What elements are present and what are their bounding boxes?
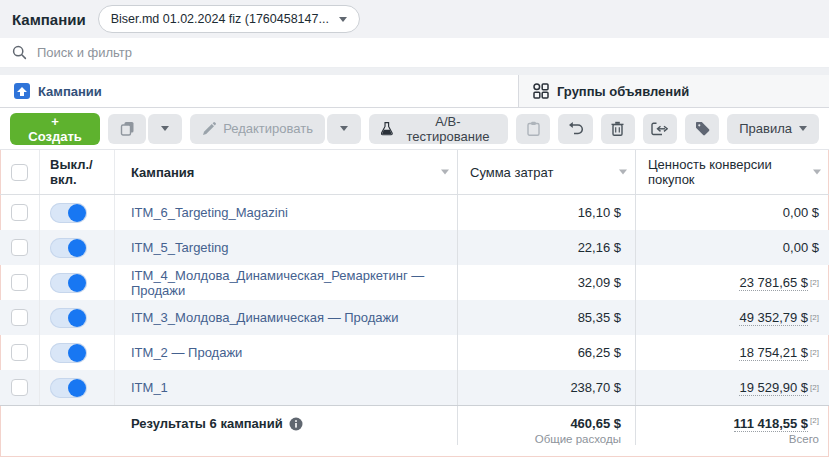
campaigns-table: Выкл./ вкл. Кампания Сумма затрат Ценнос… xyxy=(0,150,829,457)
value-cell[interactable]: 23 781,65 $ xyxy=(739,275,808,291)
ads-manager-window: Кампании Biser.md 01.02.2024 fiz (176045… xyxy=(0,0,829,457)
sort-caret-icon[interactable] xyxy=(441,170,449,175)
campaigns-folder-icon xyxy=(14,83,30,99)
row-checkbox[interactable] xyxy=(11,344,28,361)
row-checkbox[interactable] xyxy=(11,274,28,291)
copy-icon xyxy=(120,121,135,136)
value-cell[interactable]: 49 352,79 $ xyxy=(739,310,808,326)
frame-arrows-icon xyxy=(651,122,668,136)
row-checkbox[interactable] xyxy=(11,379,28,396)
rules-button-label: Правила xyxy=(739,121,792,136)
row-checkbox[interactable] xyxy=(11,309,28,326)
edit-button-group: Редактировать xyxy=(190,114,361,144)
chevron-down-icon xyxy=(340,126,348,131)
column-toggle-label: Выкл./ xyxy=(50,157,93,172)
campaign-name-link[interactable]: ITM_1 xyxy=(131,380,168,395)
page-title: Кампании xyxy=(12,11,86,28)
table-row: ITM_1 238,70 $ 19 529,90 $[2] xyxy=(0,370,829,405)
clipboard-icon xyxy=(527,121,540,136)
campaign-toggle[interactable] xyxy=(50,378,87,398)
tab-campaigns[interactable]: Кампании xyxy=(0,75,519,107)
campaign-toggle[interactable] xyxy=(50,343,87,363)
tab-bar: Кампании Группы объявлений xyxy=(0,75,829,108)
value-cell: 0,00 $ xyxy=(783,205,819,220)
spend-cell: 22,16 $ xyxy=(457,230,635,265)
campaign-toggle[interactable] xyxy=(50,273,87,293)
divider-band xyxy=(0,68,829,75)
spend-total: 460,65 $ xyxy=(570,416,621,431)
column-name-label: Кампания xyxy=(131,165,194,180)
spend-cell: 16,10 $ xyxy=(457,195,635,230)
tab-campaigns-label: Кампании xyxy=(38,84,102,99)
account-dropdown[interactable]: Biser.md 01.02.2024 fiz (1760458147... xyxy=(98,5,360,33)
tag-icon xyxy=(695,121,710,136)
tab-adsets-label: Группы объявлений xyxy=(557,84,689,99)
row-checkbox[interactable] xyxy=(11,239,28,256)
footnote-ref: [2] xyxy=(810,278,819,287)
search-icon xyxy=(12,45,27,60)
table-row: ITM_2 — Продажи 66,25 $ 18 754,21 $[2] xyxy=(0,335,829,370)
tag-button[interactable] xyxy=(685,114,719,144)
table-row: ITM_4_Молдова_Динамическая_Ремаркетинг —… xyxy=(0,265,829,300)
rules-button[interactable]: Правила xyxy=(727,114,819,144)
table-footer-row: Результаты 6 кампаний 460,65 $ Общие рас… xyxy=(0,405,829,457)
footnote-ref: [2] xyxy=(810,313,819,322)
edit-button-label: Редактировать xyxy=(223,121,313,136)
info-icon[interactable] xyxy=(289,417,303,431)
chevron-down-icon xyxy=(339,17,347,22)
undo-icon xyxy=(568,122,584,136)
table-row: ITM_5_Targeting 22,16 $ 0,00 $ xyxy=(0,230,829,265)
sort-caret-icon[interactable] xyxy=(619,170,627,175)
ab-test-button-label: A/B-тестирование xyxy=(400,114,497,144)
account-dropdown-label: Biser.md 01.02.2024 fiz (1760458147... xyxy=(111,12,329,26)
spend-cell: 66,25 $ xyxy=(457,335,635,370)
column-value-label: Ценность конверсии покупок xyxy=(648,157,819,187)
search-input[interactable] xyxy=(37,45,817,60)
footnote-ref: [2] xyxy=(810,416,819,425)
value-total-label: Всего xyxy=(789,433,819,445)
column-spend-label: Сумма затрат xyxy=(470,165,553,180)
duplicate-more-button[interactable] xyxy=(148,114,182,144)
flask-icon xyxy=(381,121,393,136)
footnote-ref: [2] xyxy=(810,348,819,357)
search-bar xyxy=(0,38,829,68)
campaign-toggle[interactable] xyxy=(50,203,87,223)
column-toggle-label: вкл. xyxy=(50,172,77,187)
value-cell[interactable]: 19 529,90 $ xyxy=(739,380,808,396)
row-checkbox[interactable] xyxy=(11,204,28,221)
duplicate-button-group xyxy=(108,114,182,144)
campaign-toggle[interactable] xyxy=(50,238,87,258)
tab-adsets[interactable]: Группы объявлений xyxy=(519,75,829,107)
campaign-name-link[interactable]: ITM_5_Targeting xyxy=(131,240,229,255)
chevron-down-icon xyxy=(161,126,169,131)
value-cell: 0,00 $ xyxy=(783,240,819,255)
top-header: Кампании Biser.md 01.02.2024 fiz (176045… xyxy=(0,0,829,38)
campaign-toggle[interactable] xyxy=(50,308,87,328)
select-all-checkbox[interactable] xyxy=(11,164,28,181)
pencil-icon xyxy=(202,122,216,136)
spend-total-label: Общие расходы xyxy=(535,433,621,445)
create-button[interactable]: + Создать xyxy=(10,113,100,145)
sort-caret-icon[interactable] xyxy=(813,170,821,175)
footnote-ref: [2] xyxy=(810,383,819,392)
duplicate-button[interactable] xyxy=(108,114,146,144)
ab-test-button[interactable]: A/B-тестирование xyxy=(369,114,508,144)
trash-icon xyxy=(611,121,624,136)
adsets-grid-icon xyxy=(533,83,549,99)
toolbar: + Создать Редактировать xyxy=(0,108,829,150)
value-total[interactable]: 111 418,55 $ xyxy=(734,416,808,432)
undo-button[interactable] xyxy=(558,114,592,144)
edit-button[interactable]: Редактировать xyxy=(190,114,325,144)
campaign-name-link[interactable]: ITM_3_Молдова_Динамическая — Продажи xyxy=(131,310,399,325)
value-cell[interactable]: 18 754,21 $ xyxy=(739,345,808,361)
table-row: ITM_6_Targeting_Magazini 16,10 $ 0,00 $ xyxy=(0,195,829,230)
campaign-name-link[interactable]: ITM_6_Targeting_Magazini xyxy=(131,205,288,220)
chevron-down-icon xyxy=(799,126,807,131)
edit-more-button[interactable] xyxy=(327,114,361,144)
delete-button[interactable] xyxy=(601,114,635,144)
campaign-name-link[interactable]: ITM_4_Молдова_Динамическая_Ремаркетинг —… xyxy=(131,268,457,298)
table-row: ITM_3_Молдова_Динамическая — Продажи 85,… xyxy=(0,300,829,335)
campaign-name-link[interactable]: ITM_2 — Продажи xyxy=(131,345,242,360)
placement-button[interactable] xyxy=(643,114,677,144)
paste-button[interactable] xyxy=(516,114,550,144)
